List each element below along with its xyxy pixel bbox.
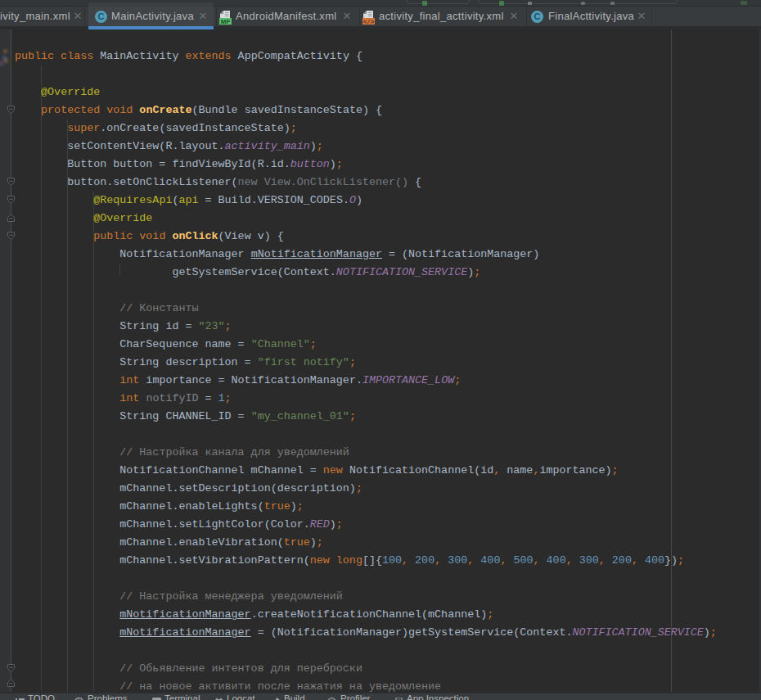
svg-text:</>: </> — [363, 19, 375, 25]
svg-text:MF: MF — [221, 18, 231, 25]
